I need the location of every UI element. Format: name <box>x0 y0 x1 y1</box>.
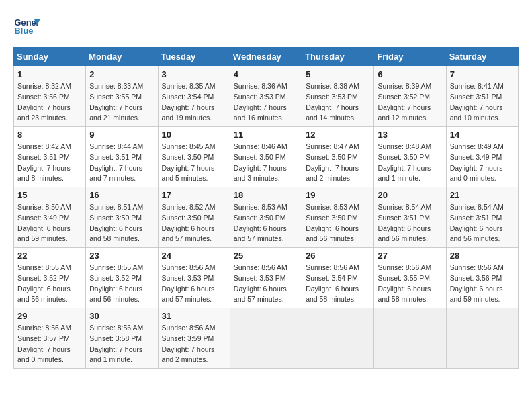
dow-thursday: Thursday <box>302 48 374 66</box>
calendar-week-1: 1Sunrise: 8:32 AMSunset: 3:56 PMDaylight… <box>14 66 519 127</box>
day-number: 6 <box>378 69 442 79</box>
calendar-cell <box>230 308 302 369</box>
calendar-cell: 16Sunrise: 8:51 AMSunset: 3:50 PMDayligh… <box>86 187 158 248</box>
calendar-cell: 19Sunrise: 8:53 AMSunset: 3:50 PMDayligh… <box>302 187 374 248</box>
day-number: 19 <box>306 190 370 200</box>
day-detail: Sunrise: 8:36 AMSunset: 3:53 PMDaylight:… <box>234 81 298 124</box>
day-number: 29 <box>17 311 82 321</box>
logo: General Blue <box>13 13 44 40</box>
day-number: 13 <box>378 130 442 140</box>
calendar-cell: 30Sunrise: 8:56 AMSunset: 3:58 PMDayligh… <box>86 308 158 369</box>
day-detail: Sunrise: 8:53 AMSunset: 3:50 PMDaylight:… <box>306 202 370 244</box>
day-number: 7 <box>450 69 515 79</box>
day-detail: Sunrise: 8:49 AMSunset: 3:49 PMDaylight:… <box>450 142 515 184</box>
day-number: 20 <box>378 190 442 200</box>
day-detail: Sunrise: 8:44 AMSunset: 3:51 PMDaylight:… <box>89 142 154 184</box>
day-number: 8 <box>17 130 82 140</box>
calendar-cell: 28Sunrise: 8:56 AMSunset: 3:56 PMDayligh… <box>446 248 518 308</box>
calendar-cell: 7Sunrise: 8:41 AMSunset: 3:51 PMDaylight… <box>446 66 518 127</box>
day-detail: Sunrise: 8:54 AMSunset: 3:51 PMDaylight:… <box>378 202 442 244</box>
day-detail: Sunrise: 8:56 AMSunset: 3:58 PMDaylight:… <box>89 323 154 365</box>
calendar-table: SundayMondayTuesdayWednesdayThursdayFrid… <box>13 47 519 369</box>
calendar-body: 1Sunrise: 8:32 AMSunset: 3:56 PMDaylight… <box>14 66 519 369</box>
calendar-cell: 14Sunrise: 8:49 AMSunset: 3:49 PMDayligh… <box>446 127 518 187</box>
calendar-cell <box>374 308 446 369</box>
calendar-cell <box>302 308 374 369</box>
calendar-week-2: 8Sunrise: 8:42 AMSunset: 3:51 PMDaylight… <box>14 127 519 187</box>
calendar-cell: 17Sunrise: 8:52 AMSunset: 3:50 PMDayligh… <box>158 187 230 248</box>
calendar-cell: 29Sunrise: 8:56 AMSunset: 3:57 PMDayligh… <box>14 308 86 369</box>
logo-icon: General Blue <box>13 13 40 40</box>
day-detail: Sunrise: 8:45 AMSunset: 3:50 PMDaylight:… <box>162 142 226 184</box>
day-detail: Sunrise: 8:41 AMSunset: 3:51 PMDaylight:… <box>450 81 515 124</box>
dow-sunday: Sunday <box>14 48 86 66</box>
day-detail: Sunrise: 8:56 AMSunset: 3:53 PMDaylight:… <box>234 263 298 305</box>
dow-monday: Monday <box>86 48 158 66</box>
dow-tuesday: Tuesday <box>158 48 230 66</box>
calendar-cell: 8Sunrise: 8:42 AMSunset: 3:51 PMDaylight… <box>14 127 86 187</box>
dow-saturday: Saturday <box>446 48 518 66</box>
dow-wednesday: Wednesday <box>230 48 302 66</box>
calendar-week-5: 29Sunrise: 8:56 AMSunset: 3:57 PMDayligh… <box>14 308 519 369</box>
day-detail: Sunrise: 8:33 AMSunset: 3:55 PMDaylight:… <box>89 81 154 124</box>
day-number: 3 <box>162 69 226 79</box>
day-detail: Sunrise: 8:47 AMSunset: 3:50 PMDaylight:… <box>306 142 370 184</box>
days-of-week-header: SundayMondayTuesdayWednesdayThursdayFrid… <box>14 48 519 66</box>
day-number: 26 <box>306 250 370 261</box>
calendar-cell: 21Sunrise: 8:54 AMSunset: 3:51 PMDayligh… <box>446 187 518 248</box>
calendar-cell: 22Sunrise: 8:55 AMSunset: 3:52 PMDayligh… <box>14 248 86 308</box>
calendar-cell: 20Sunrise: 8:54 AMSunset: 3:51 PMDayligh… <box>374 187 446 248</box>
day-detail: Sunrise: 8:35 AMSunset: 3:54 PMDaylight:… <box>162 81 226 124</box>
calendar-cell: 18Sunrise: 8:53 AMSunset: 3:50 PMDayligh… <box>230 187 302 248</box>
calendar-cell <box>446 308 518 369</box>
day-detail: Sunrise: 8:56 AMSunset: 3:53 PMDaylight:… <box>162 263 226 305</box>
calendar-cell: 1Sunrise: 8:32 AMSunset: 3:56 PMDaylight… <box>14 66 86 127</box>
page-header: General Blue <box>13 13 519 40</box>
calendar-cell: 10Sunrise: 8:45 AMSunset: 3:50 PMDayligh… <box>158 127 230 187</box>
day-number: 25 <box>234 250 298 261</box>
day-number: 30 <box>89 311 154 321</box>
day-number: 23 <box>89 250 154 261</box>
day-number: 17 <box>162 190 226 200</box>
day-detail: Sunrise: 8:56 AMSunset: 3:57 PMDaylight:… <box>17 323 82 365</box>
calendar-cell: 24Sunrise: 8:56 AMSunset: 3:53 PMDayligh… <box>158 248 230 308</box>
calendar-cell: 26Sunrise: 8:56 AMSunset: 3:54 PMDayligh… <box>302 248 374 308</box>
day-number: 15 <box>17 190 82 200</box>
day-detail: Sunrise: 8:39 AMSunset: 3:52 PMDaylight:… <box>378 81 442 124</box>
svg-text:Blue: Blue <box>15 26 34 36</box>
day-detail: Sunrise: 8:56 AMSunset: 3:59 PMDaylight:… <box>162 323 226 365</box>
calendar-cell: 23Sunrise: 8:55 AMSunset: 3:52 PMDayligh… <box>86 248 158 308</box>
day-number: 4 <box>234 69 298 79</box>
day-detail: Sunrise: 8:48 AMSunset: 3:50 PMDaylight:… <box>378 142 442 184</box>
calendar-cell: 5Sunrise: 8:38 AMSunset: 3:53 PMDaylight… <box>302 66 374 127</box>
day-detail: Sunrise: 8:38 AMSunset: 3:53 PMDaylight:… <box>306 81 370 124</box>
day-number: 10 <box>162 130 226 140</box>
calendar-cell: 25Sunrise: 8:56 AMSunset: 3:53 PMDayligh… <box>230 248 302 308</box>
calendar-cell: 15Sunrise: 8:50 AMSunset: 3:49 PMDayligh… <box>14 187 86 248</box>
dow-friday: Friday <box>374 48 446 66</box>
calendar-cell: 31Sunrise: 8:56 AMSunset: 3:59 PMDayligh… <box>158 308 230 369</box>
day-detail: Sunrise: 8:50 AMSunset: 3:49 PMDaylight:… <box>17 202 82 244</box>
day-detail: Sunrise: 8:55 AMSunset: 3:52 PMDaylight:… <box>17 263 82 305</box>
day-number: 11 <box>234 130 298 140</box>
day-detail: Sunrise: 8:54 AMSunset: 3:51 PMDaylight:… <box>450 202 515 244</box>
day-detail: Sunrise: 8:52 AMSunset: 3:50 PMDaylight:… <box>162 202 226 244</box>
day-detail: Sunrise: 8:53 AMSunset: 3:50 PMDaylight:… <box>234 202 298 244</box>
day-detail: Sunrise: 8:55 AMSunset: 3:52 PMDaylight:… <box>89 263 154 305</box>
day-detail: Sunrise: 8:46 AMSunset: 3:50 PMDaylight:… <box>234 142 298 184</box>
day-number: 31 <box>162 311 226 321</box>
day-detail: Sunrise: 8:56 AMSunset: 3:55 PMDaylight:… <box>378 263 442 305</box>
day-detail: Sunrise: 8:32 AMSunset: 3:56 PMDaylight:… <box>17 81 82 124</box>
calendar-cell: 13Sunrise: 8:48 AMSunset: 3:50 PMDayligh… <box>374 127 446 187</box>
calendar-week-4: 22Sunrise: 8:55 AMSunset: 3:52 PMDayligh… <box>14 248 519 308</box>
calendar-cell: 27Sunrise: 8:56 AMSunset: 3:55 PMDayligh… <box>374 248 446 308</box>
day-number: 18 <box>234 190 298 200</box>
calendar-cell: 3Sunrise: 8:35 AMSunset: 3:54 PMDaylight… <box>158 66 230 127</box>
day-number: 22 <box>17 250 82 261</box>
calendar-cell: 9Sunrise: 8:44 AMSunset: 3:51 PMDaylight… <box>86 127 158 187</box>
day-number: 9 <box>89 130 154 140</box>
day-detail: Sunrise: 8:56 AMSunset: 3:56 PMDaylight:… <box>450 263 515 305</box>
calendar-cell: 4Sunrise: 8:36 AMSunset: 3:53 PMDaylight… <box>230 66 302 127</box>
day-number: 2 <box>89 69 154 79</box>
day-number: 14 <box>450 130 515 140</box>
